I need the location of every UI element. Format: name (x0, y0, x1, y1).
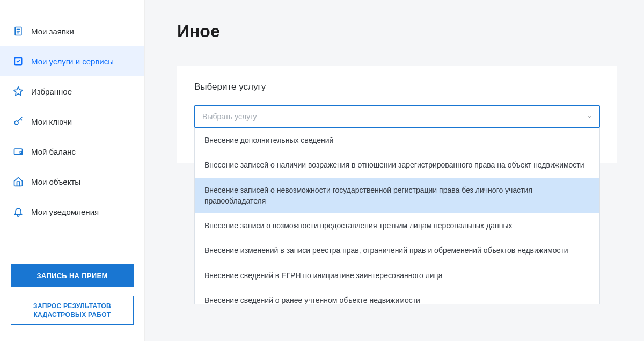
service-select-placeholder: Выбрать услугу (202, 112, 257, 121)
service-heading: Выберите услугу (194, 82, 600, 92)
service-dropdown-scroll[interactable]: Внесение дополнительных сведенийВнесение… (195, 128, 599, 304)
service-option[interactable]: Внесение записи о возможности предоставл… (195, 213, 599, 238)
check-badge-icon (13, 56, 24, 67)
appointment-button[interactable]: ЗАПИСЬ НА ПРИЕМ (11, 264, 134, 287)
home-icon (13, 176, 24, 187)
service-option[interactable]: Внесение дополнительных сведений (195, 128, 599, 153)
bell-icon (13, 206, 24, 217)
sidebar-item-label: Мои уведомления (31, 207, 99, 216)
file-icon (13, 26, 24, 37)
sidebar: Мои заявкиМои услуги и сервисыИзбранноеМ… (0, 0, 145, 341)
service-select: Выбрать услугу Внесение дополнительных с… (194, 105, 600, 128)
sidebar-item-check-badge[interactable]: Мои услуги и сервисы (0, 46, 144, 76)
wallet-icon (13, 146, 24, 157)
sidebar-item-label: Мои объекты (31, 177, 80, 186)
service-option[interactable]: Внесение записей о невозможности государ… (195, 178, 599, 214)
sidebar-item-star[interactable]: Избранное (0, 76, 144, 106)
service-option[interactable]: Внесение изменений в записи реестра прав… (195, 238, 599, 263)
sidebar-item-label: Мои услуги и сервисы (31, 57, 114, 66)
sidebar-item-label: Мой баланс (31, 147, 76, 156)
service-select-control[interactable]: Выбрать услугу (194, 105, 600, 128)
chevron-down-icon (587, 114, 592, 120)
service-card: Выберите услугу Выбрать услугу Внесение … (177, 66, 617, 163)
key-icon (13, 116, 24, 127)
sidebar-item-file[interactable]: Мои заявки (0, 16, 144, 46)
sidebar-list: Мои заявкиМои услуги и сервисыИзбранноеМ… (0, 16, 144, 264)
sidebar-item-label: Мои заявки (31, 27, 74, 36)
page-title: Иное (177, 21, 617, 41)
sidebar-item-key[interactable]: Мои ключи (0, 106, 144, 136)
main-content: Иное Выберите услугу Выбрать услугу Внес… (145, 0, 644, 341)
service-option[interactable]: Внесение записей о наличии возражения в … (195, 153, 599, 177)
sidebar-footer: ЗАПИСЬ НА ПРИЕМ ЗАПРОС РЕЗУЛЬТАТОВ КАДАС… (0, 264, 144, 341)
sidebar-item-home[interactable]: Мои объекты (0, 166, 144, 197)
sidebar-item-wallet[interactable]: Мой баланс (0, 136, 144, 166)
service-option[interactable]: Внесение сведений о ранее учтенном объек… (195, 288, 599, 304)
sidebar-item-label: Мои ключи (31, 117, 72, 126)
sidebar-item-label: Избранное (31, 87, 72, 96)
service-dropdown: Внесение дополнительных сведенийВнесение… (194, 128, 600, 304)
service-option[interactable]: Внесение сведений в ЕГРН по инициативе з… (195, 263, 599, 288)
star-icon (13, 86, 24, 97)
request-results-button[interactable]: ЗАПРОС РЕЗУЛЬТАТОВ КАДАСТРОВЫХ РАБОТ (11, 296, 134, 325)
svg-marker-5 (14, 87, 23, 96)
sidebar-item-bell[interactable]: Мои уведомления (0, 197, 144, 227)
